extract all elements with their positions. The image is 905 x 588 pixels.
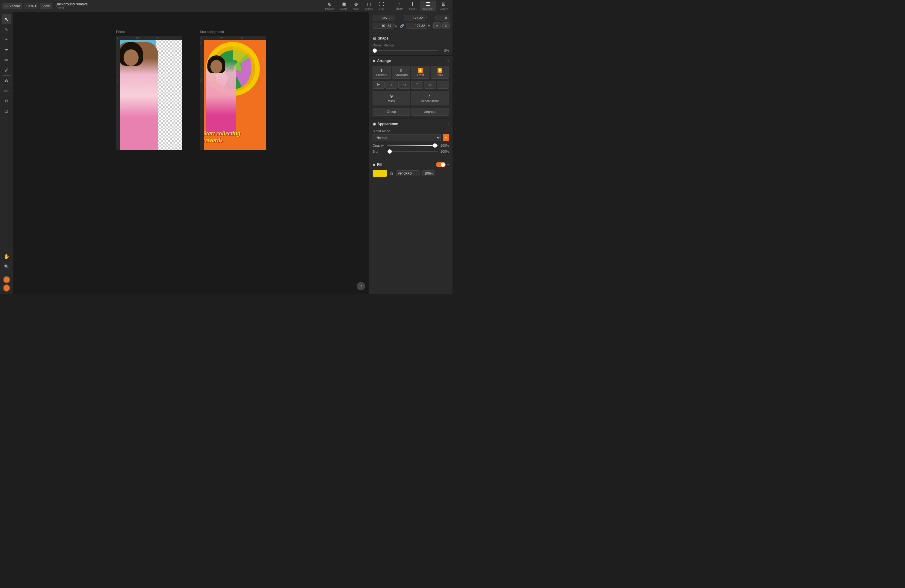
transform-tool[interactable]: ⤡ bbox=[2, 25, 11, 34]
back-icon: ⏬ bbox=[437, 68, 442, 73]
group-button[interactable]: ▣ Group bbox=[338, 1, 350, 11]
inspector-button[interactable]: ☰ Inspector bbox=[420, 1, 436, 11]
lasso-tool[interactable]: ⊙ bbox=[2, 96, 11, 105]
align-center-h-button[interactable]: ⊥ bbox=[386, 81, 397, 89]
blur-track[interactable] bbox=[387, 151, 438, 152]
group-btn[interactable]: Group bbox=[373, 108, 410, 116]
backward-icon: ⬇ bbox=[399, 68, 403, 73]
doc-title: Background removal bbox=[56, 2, 89, 6]
boolean-button[interactable]: ⊕ Boolean bbox=[322, 1, 337, 11]
hand-tool[interactable]: ✋ bbox=[2, 251, 11, 261]
boolean-group: ⊕ Boolean ▣ Group ⊗ Mask ◻ Outline ⛶ Cro… bbox=[322, 1, 387, 11]
rect-tool[interactable]: ▭ bbox=[2, 86, 11, 95]
align-buttons: ⊢ ⊥ ⊣ ⊤ ⊞ ⊥ bbox=[373, 81, 449, 89]
blend-mode-label: Blend Mode bbox=[373, 129, 449, 133]
corner-radius-label: Corner Radius bbox=[373, 43, 449, 47]
fill-toggle[interactable] bbox=[436, 162, 446, 167]
opacity-value: 100% bbox=[440, 144, 449, 147]
color-primary[interactable] bbox=[3, 276, 10, 283]
export-button[interactable]: ⬆ Export bbox=[406, 1, 419, 11]
sidebar-label: Sidebar bbox=[9, 4, 20, 8]
blur-label: Blur bbox=[373, 150, 384, 153]
y-input[interactable] bbox=[404, 15, 425, 21]
zoom-control[interactable]: 10 % ▾ bbox=[24, 3, 39, 9]
front-button[interactable]: ⏫ Front bbox=[411, 66, 430, 79]
appearance-header[interactable]: ◉ Appearance ▾ bbox=[373, 122, 449, 126]
export-icon: ⬆ bbox=[411, 2, 414, 6]
x-input[interactable] bbox=[373, 15, 394, 21]
fill-chevron-icon: ▾ bbox=[448, 163, 449, 167]
crop-button[interactable]: ⛶ Crop bbox=[376, 1, 387, 11]
align-top-button[interactable]: ⊤ bbox=[411, 81, 423, 89]
fill-hex-input[interactable] bbox=[396, 170, 420, 176]
cut-tool[interactable]: ✂ bbox=[2, 35, 11, 44]
fill-title-row: ◈ Fill bbox=[373, 162, 382, 167]
ruler-vertical: 100 300 bbox=[116, 40, 120, 150]
appearance-title: Appearance bbox=[377, 122, 398, 126]
fill-opacity-input[interactable] bbox=[422, 170, 435, 176]
corner-radius-track[interactable] bbox=[373, 50, 438, 51]
align-center-v-button[interactable]: ⊞ bbox=[424, 81, 436, 89]
zoom-value: 10 % bbox=[26, 4, 33, 8]
blur-row: Blur 100% bbox=[373, 150, 449, 153]
photo-artboard[interactable]: 0 100 200 100 300 bbox=[116, 36, 182, 150]
blend-arrow-button[interactable]: ▾ bbox=[443, 134, 449, 141]
sidebar-toggle-button[interactable]: ⊞ Sidebar bbox=[2, 3, 22, 9]
flip-h-button[interactable]: ⇔ bbox=[433, 22, 441, 29]
blur-value: 100% bbox=[440, 150, 449, 153]
sun-artboard-container: Sun background bbox=[200, 30, 266, 150]
align-right-button[interactable]: ⊣ bbox=[399, 81, 410, 89]
y-label: Y bbox=[426, 16, 429, 20]
arrange-order-buttons: ⬆ Forward ⬇ Backward ⏫ Front ⏬ Back bbox=[373, 66, 449, 79]
pen-tool[interactable]: ✒ bbox=[2, 45, 11, 54]
shape-title-row: ◱ Shape bbox=[373, 36, 389, 40]
sun-face bbox=[210, 60, 222, 73]
mask-icon: ⊗ bbox=[354, 2, 358, 6]
crop-label: Crop bbox=[379, 7, 384, 10]
ungroup-btn[interactable]: Ungroup bbox=[411, 108, 449, 116]
group-btn-label: Group bbox=[387, 110, 396, 113]
share-button[interactable]: ↑ Share bbox=[393, 1, 405, 11]
forward-button[interactable]: ⬆ Forward bbox=[373, 66, 391, 79]
fill-color-swatch[interactable] bbox=[373, 170, 387, 177]
color-secondary[interactable] bbox=[3, 284, 10, 292]
opacity-thumb[interactable] bbox=[433, 143, 437, 148]
blend-mode-select[interactable]: Normal bbox=[373, 134, 441, 141]
mask-button[interactable]: ⊗ Mask bbox=[351, 1, 362, 11]
fill-delete-icon[interactable]: 🗑 bbox=[389, 171, 394, 176]
sun-artboard[interactable]: Start collecting rewards 0 100 200 100 3… bbox=[200, 36, 266, 150]
view-button[interactable]: View bbox=[40, 3, 52, 9]
sidebar-icon: ⊞ bbox=[5, 4, 8, 8]
photo-artboard-container: Photo 0 100 200 10 bbox=[116, 30, 182, 150]
checker-overlay bbox=[156, 36, 182, 150]
arrange-header[interactable]: ◈ Arrange ▾ bbox=[373, 59, 449, 63]
shape-header[interactable]: ◱ Shape bbox=[373, 36, 449, 40]
paint-tool[interactable]: 🖊 bbox=[2, 65, 11, 75]
repeat-action-icon: ↻ bbox=[428, 94, 432, 99]
pencil-tool[interactable]: ✏ bbox=[2, 55, 11, 65]
repeat-action-button[interactable]: ↻ Repeat action bbox=[411, 91, 449, 105]
fill-section: ◈ Fill ▾ 🗑 bbox=[369, 159, 452, 180]
opacity-track[interactable] bbox=[387, 145, 438, 146]
blur-thumb[interactable] bbox=[387, 149, 392, 154]
w-input[interactable] bbox=[373, 23, 394, 29]
person-figure bbox=[116, 42, 158, 150]
flip-v-button[interactable]: ⇕ bbox=[442, 22, 449, 29]
align-left-button[interactable]: ⊢ bbox=[373, 81, 384, 89]
library-button[interactable]: ⊞ Library bbox=[437, 1, 450, 11]
text-tool[interactable]: A bbox=[2, 75, 11, 85]
sun-artboard-label: Sun background bbox=[200, 30, 266, 33]
back-button[interactable]: ⏬ Back bbox=[431, 66, 449, 79]
align-bottom-button[interactable]: ⊥ bbox=[437, 81, 449, 89]
select-tool[interactable]: ↖ bbox=[2, 14, 11, 24]
help-button[interactable]: ? bbox=[357, 282, 365, 291]
zoom-tool[interactable]: 🔍 bbox=[2, 262, 11, 271]
mask-button-arrange[interactable]: ⊗ Mask bbox=[373, 91, 410, 105]
backward-button[interactable]: ⬇ Backward bbox=[392, 66, 410, 79]
rotation-input[interactable] bbox=[435, 15, 449, 21]
h-input[interactable] bbox=[406, 23, 427, 29]
outline-button[interactable]: ◻ Outline bbox=[362, 1, 376, 11]
erase-tool[interactable]: ◻ bbox=[2, 106, 11, 116]
canvas-area[interactable]: Photo 0 100 200 10 bbox=[13, 12, 369, 294]
corner-radius-thumb[interactable] bbox=[373, 49, 377, 53]
